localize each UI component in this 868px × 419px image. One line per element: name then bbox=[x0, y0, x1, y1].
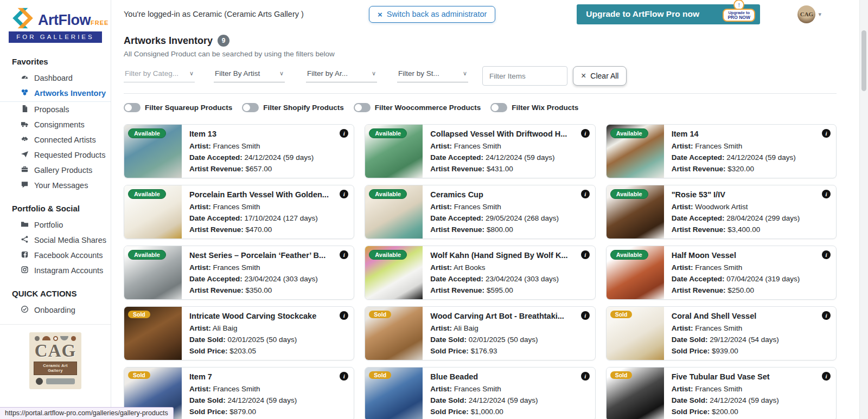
scrollbar-thumb[interactable] bbox=[861, 30, 866, 91]
clear-all-button[interactable]: × Clear All bbox=[573, 66, 627, 86]
artwork-card[interactable]: Sold Blue Beaded Artist: Frances Smith D… bbox=[365, 367, 595, 419]
sidebar-item-instagram-accounts[interactable]: Instagram Accounts bbox=[0, 263, 111, 278]
info-icon[interactable]: i bbox=[581, 190, 590, 198]
toggle-label: Filter Woocommerce Products bbox=[375, 104, 481, 112]
filter-artist-dropdown[interactable]: Filter By Artist ∨ bbox=[214, 66, 285, 82]
artist-line: Artist: Frances Smith bbox=[189, 383, 337, 395]
sidebar-item-consignments[interactable]: Consignments bbox=[0, 117, 111, 132]
section-title-favorites: Favorites bbox=[12, 57, 111, 66]
info-icon[interactable]: i bbox=[822, 372, 831, 381]
woocommerce-toggle[interactable] bbox=[354, 103, 371, 112]
info-icon[interactable]: i bbox=[581, 129, 590, 138]
avatar[interactable]: CAG bbox=[797, 5, 815, 23]
info-icon[interactable]: i bbox=[822, 129, 831, 138]
artwork-card[interactable]: Available Ceramics Cup Artist: Frances S… bbox=[365, 185, 595, 239]
sidebar: ArtFlowFREE FOR GALLERIES Favorites Dash… bbox=[0, 0, 111, 419]
sidebar-item-artworks-inventory[interactable]: Artworks Inventory bbox=[0, 86, 111, 102]
date-line: Date Accepted: 28/04/2024 (299 days) bbox=[672, 212, 820, 224]
price-line: Artist Revenue: $3,400.00 bbox=[672, 224, 820, 235]
upgrade-pro-button[interactable]: Upgrade to ArtFlow Pro now ↑ Upgrade to … bbox=[577, 4, 760, 24]
price-line: Sold Price: $939.00 bbox=[672, 345, 820, 357]
filter-items-input[interactable] bbox=[482, 66, 567, 86]
instagram-icon bbox=[21, 266, 29, 275]
sidebar-item-your-messages[interactable]: Your Messages bbox=[0, 178, 111, 193]
sidebar-item-onboarding[interactable]: Onboarding bbox=[0, 302, 111, 318]
artwork-card[interactable]: Available Item 14 Artist: Frances Smith … bbox=[606, 124, 837, 178]
artist-line: Artist: Frances Smith bbox=[672, 262, 820, 273]
chevron-down-icon: ∨ bbox=[372, 70, 376, 77]
artist-line: Artist: Frances Smith bbox=[189, 140, 337, 152]
date-line: Date Accepted: 23/04/2024 (303 days) bbox=[189, 273, 337, 285]
sidebar-item-gallery-products[interactable]: Gallery Products bbox=[0, 163, 111, 178]
date-line: Date Sold: 24/12/2024 (59 days) bbox=[189, 395, 337, 406]
artwork-card[interactable]: Available Porcelain Earth Vessel With Go… bbox=[124, 185, 354, 239]
artwork-card[interactable]: Available Half Moon Vessel Artist: Franc… bbox=[606, 246, 837, 300]
paper-plane-icon bbox=[21, 150, 29, 160]
close-icon: × bbox=[581, 71, 586, 81]
sidebar-item-facebook-accounts[interactable]: Facebook Accounts bbox=[0, 248, 111, 263]
sidebar-item-connected-artists[interactable]: Connected Artists bbox=[0, 132, 111, 147]
sidebar-item-proposals[interactable]: Proposals bbox=[0, 102, 111, 117]
sidebar-item-dashboard[interactable]: Dashboard bbox=[0, 70, 111, 86]
artwork-title: Item 14 bbox=[672, 130, 820, 138]
status-badge: Sold bbox=[128, 311, 150, 318]
status-badge: Available bbox=[610, 250, 648, 260]
info-icon[interactable]: i bbox=[581, 250, 590, 259]
count-badge: 9 bbox=[218, 35, 229, 47]
artwork-card[interactable]: Available Item 13 Artist: Frances Smith … bbox=[124, 124, 354, 178]
check-circle-icon bbox=[21, 305, 29, 315]
page-subtitle: All Consigned Product can be searched by… bbox=[124, 50, 837, 58]
artist-line: Artist: Frances Smith bbox=[672, 383, 820, 395]
artwork-card[interactable]: Sold Intricate Wood Carving Stockcake Ar… bbox=[124, 306, 354, 360]
account-menu[interactable]: CAG ▾ bbox=[797, 5, 821, 23]
date-line: Date Accepted: 24/12/2024 (59 days) bbox=[672, 152, 820, 163]
artwork-card[interactable]: Available Nest Series – Porcelain ‘Feath… bbox=[124, 246, 354, 300]
artwork-card[interactable]: Sold Five Tubular Bud Vase Set Artist: F… bbox=[606, 367, 837, 419]
artwork-card[interactable]: Available Wolf Kahn (Hand Signed By Wolf… bbox=[365, 246, 595, 300]
artwork-card[interactable]: Sold Coral And Shell Vessel Artist: Fran… bbox=[606, 306, 837, 360]
status-badge: Available bbox=[128, 250, 166, 260]
sidebar-item-portfolio[interactable]: Portfolio bbox=[0, 217, 111, 233]
info-icon[interactable]: i bbox=[822, 250, 831, 259]
main-content: You're logged-in as Ceramic (Ceramic Art… bbox=[111, 0, 859, 419]
artist-line: Artist: Ali Baig bbox=[189, 323, 337, 334]
artist-line: Artist: Woodwork Artist bbox=[672, 201, 820, 212]
section-title-portfolio-social: Portfolio & Social bbox=[12, 204, 111, 213]
brand-name: ArtFlow bbox=[38, 12, 91, 28]
artwork-card[interactable]: Available "Rosie 53" I/IV Artist: Woodwo… bbox=[606, 185, 837, 239]
switch-back-button[interactable]: × Switch back as administrator bbox=[369, 6, 495, 23]
info-icon[interactable]: i bbox=[581, 372, 590, 381]
artist-line: Artist: Frances Smith bbox=[672, 323, 820, 334]
artwork-title: "Rosie 53" I/IV bbox=[672, 190, 820, 199]
artwork-title: Five Tubular Bud Vase Set bbox=[672, 372, 820, 381]
filter-category-dropdown[interactable]: Filter by Categ... ∨ bbox=[124, 66, 195, 82]
filter-artwork-dropdown[interactable]: Filter by Ar... ∨ bbox=[306, 66, 377, 82]
price-line: Artist Revenue: $470.00 bbox=[189, 224, 337, 235]
sidebar-item-label: Your Messages bbox=[34, 181, 88, 190]
artwork-title: Item 13 bbox=[189, 130, 337, 138]
status-badge: Sold bbox=[369, 311, 391, 318]
sidebar-item-social-media-shares[interactable]: Social Media Shares bbox=[0, 233, 111, 248]
page-title: Artworks Inventory bbox=[124, 35, 213, 47]
filter-status-dropdown[interactable]: Filter by St... ∨ bbox=[397, 66, 468, 82]
toggle-label: Filter Squareup Products bbox=[145, 104, 232, 112]
wix-toggle[interactable] bbox=[490, 103, 507, 112]
info-icon[interactable]: i bbox=[822, 190, 831, 198]
date-line: Date Sold: 02/01/2025 (50 days) bbox=[189, 334, 337, 345]
artwork-card[interactable]: Sold Wood Carving Art Bot - Breathtaki..… bbox=[365, 306, 595, 360]
info-icon[interactable]: i bbox=[822, 311, 831, 320]
sidebar-item-requested-products[interactable]: Requested Products bbox=[0, 147, 111, 163]
switch-back-label: Switch back as administrator bbox=[387, 10, 487, 18]
price-line: Sold Price: $1,000.00 bbox=[430, 406, 578, 417]
squareup-toggle[interactable] bbox=[124, 103, 141, 112]
gallery-logo-image: CAG Ceramic Art Gallery bbox=[29, 332, 81, 389]
info-icon[interactable]: i bbox=[581, 311, 590, 320]
vertical-scrollbar[interactable] bbox=[859, 0, 868, 419]
toggle-label: Filter Shopify Products bbox=[263, 104, 344, 112]
app-logo[interactable]: ArtFlowFREE FOR GALLERIES bbox=[0, 0, 111, 46]
artwork-card[interactable]: Available Collapsed Vessel With Driftwoo… bbox=[365, 124, 595, 178]
date-line: Date Accepted: 23/04/2024 (303 days) bbox=[430, 273, 578, 285]
shopify-toggle[interactable] bbox=[242, 103, 259, 112]
date-line: Date Accepted: 24/12/2024 (59 days) bbox=[189, 152, 337, 163]
file-icon bbox=[21, 105, 29, 114]
